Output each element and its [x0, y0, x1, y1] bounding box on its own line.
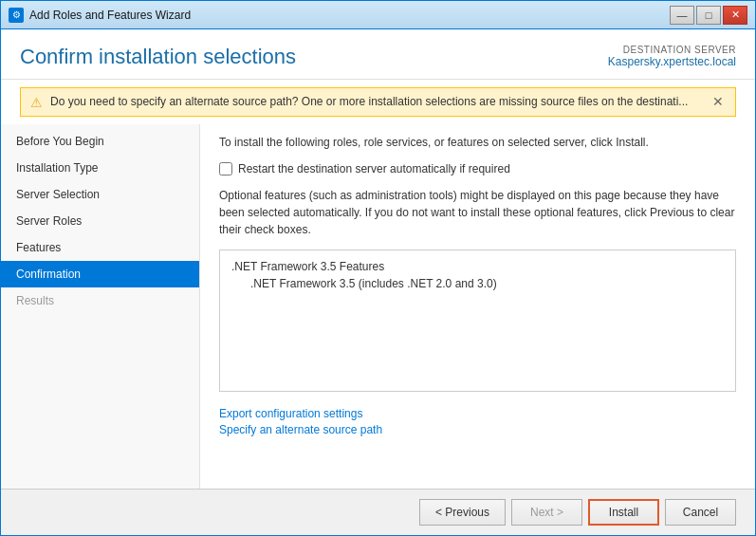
page-header: Confirm installation selections DESTINAT… [1, 29, 755, 80]
close-button[interactable]: ✕ [723, 6, 747, 25]
wizard-window: ⚙ Add Roles and Features Wizard — □ ✕ Co… [0, 0, 756, 536]
sidebar-item-features[interactable]: Features [1, 234, 199, 261]
alternate-source-link[interactable]: Specify an alternate source path [219, 423, 736, 436]
cancel-button[interactable]: Cancel [665, 499, 736, 526]
footer: < Previous Next > Install Cancel [1, 489, 755, 535]
main-content: Confirm installation selections DESTINAT… [1, 29, 755, 535]
destination-label: DESTINATION SERVER [608, 45, 736, 55]
install-info-text: To install the following roles, role ser… [219, 134, 736, 151]
page-title: Confirm installation selections [20, 45, 296, 69]
destination-server-info: DESTINATION SERVER Kaspersky.xpertstec.l… [608, 45, 736, 68]
maximize-button[interactable]: □ [696, 6, 721, 25]
export-config-link[interactable]: Export configuration settings [219, 407, 736, 420]
warning-close-button[interactable]: ✕ [710, 94, 726, 109]
previous-button[interactable]: < Previous [419, 499, 506, 526]
title-bar: ⚙ Add Roles and Features Wizard — □ ✕ [1, 1, 755, 29]
restart-checkbox-row: Restart the destination server automatic… [219, 162, 736, 176]
features-box: .NET Framework 3.5 Features .NET Framewo… [219, 250, 736, 392]
optional-info-text: Optional features (such as administratio… [219, 187, 736, 238]
sidebar-item-results: Results [1, 287, 199, 314]
body-area: Before You Begin Installation Type Serve… [1, 124, 755, 489]
destination-name: Kaspersky.xpertstec.local [608, 55, 736, 68]
content-panel: To install the following roles, role ser… [200, 124, 755, 489]
link-section: Export configuration settings Specify an… [219, 407, 736, 436]
sidebar-item-server-selection[interactable]: Server Selection [1, 181, 199, 208]
next-button[interactable]: Next > [511, 499, 582, 526]
sidebar-item-before-you-begin[interactable]: Before You Begin [1, 128, 199, 155]
window-icon: ⚙ [9, 8, 24, 23]
warning-text: Do you need to specify an alternate sour… [50, 94, 703, 110]
sidebar-item-installation-type[interactable]: Installation Type [1, 155, 199, 181]
window-title: Add Roles and Features Wizard [29, 9, 191, 22]
feature-item-0: .NET Framework 3.5 Features [231, 258, 724, 275]
warning-icon: ⚠ [30, 95, 43, 110]
warning-banner: ⚠ Do you need to specify an alternate so… [20, 87, 736, 117]
title-bar-controls: — □ ✕ [670, 6, 747, 25]
sidebar-item-confirmation[interactable]: Confirmation [1, 261, 199, 287]
restart-checkbox-label: Restart the destination server automatic… [238, 162, 510, 176]
sidebar: Before You Begin Installation Type Serve… [1, 124, 200, 489]
restart-checkbox[interactable] [219, 162, 232, 176]
minimize-button[interactable]: — [670, 6, 694, 25]
install-button[interactable]: Install [588, 499, 659, 526]
title-bar-left: ⚙ Add Roles and Features Wizard [9, 8, 191, 23]
sidebar-item-server-roles[interactable]: Server Roles [1, 208, 199, 234]
feature-item-1: .NET Framework 3.5 (includes .NET 2.0 an… [231, 275, 724, 292]
